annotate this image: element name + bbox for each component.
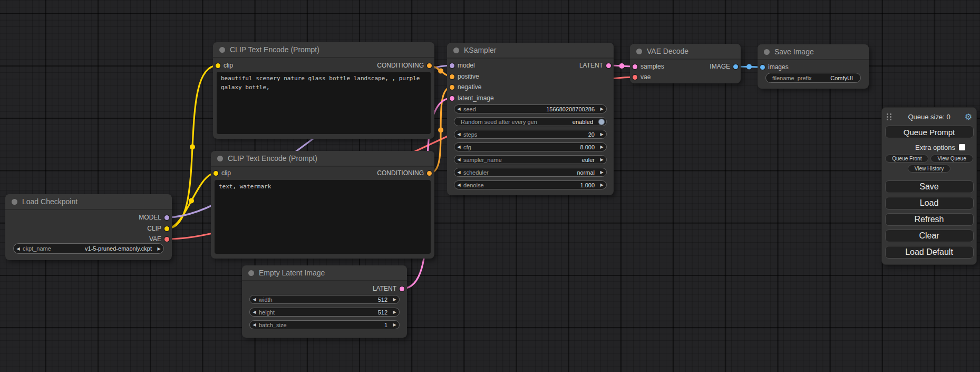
queue-prompt-button[interactable]: Queue Prompt — [885, 126, 974, 138]
widget-seed[interactable]: ◀seed156680208700286▶ — [454, 104, 607, 113]
load-button[interactable]: Load — [885, 197, 974, 209]
widget-height[interactable]: ◀height512▶ — [249, 308, 400, 317]
increment-arrow-icon[interactable]: ▶ — [390, 297, 399, 302]
collapse-dot-icon[interactable] — [636, 49, 642, 54]
link-midpoint-dot[interactable] — [619, 63, 625, 69]
widget-scheduler[interactable]: ◀schedulernormal▶ — [454, 168, 607, 177]
increment-arrow-icon[interactable]: ▶ — [597, 183, 606, 187]
prompt-textarea[interactable]: text, watermark — [215, 180, 431, 254]
widget-value: 8.000 — [580, 144, 597, 150]
CLIP-output-port[interactable] — [164, 226, 169, 231]
decrement-arrow-icon[interactable]: ◀ — [454, 132, 463, 137]
link-midpoint-dot[interactable] — [189, 198, 194, 204]
node-empty-latent-image[interactable]: Empty Latent ImageLATENT◀width512▶◀heigh… — [242, 265, 407, 338]
node-ksampler[interactable]: KSamplermodelpositivenegativelatent_imag… — [447, 43, 614, 195]
link-midpoint-dot[interactable] — [190, 145, 195, 150]
clear-button[interactable]: Clear — [885, 230, 974, 242]
node-title-bar[interactable]: Empty Latent Image — [242, 265, 407, 281]
save-button[interactable]: Save — [885, 180, 974, 193]
IMAGE-output-port[interactable] — [733, 64, 738, 69]
model-input-port[interactable] — [450, 63, 454, 68]
LATENT-output-port[interactable] — [606, 63, 611, 68]
widget-steps[interactable]: ◀steps20▶ — [454, 130, 607, 139]
node-vae-decode[interactable]: VAE DecodesamplesvaeIMAGE — [630, 44, 741, 83]
collapse-dot-icon[interactable] — [219, 47, 225, 53]
widget-sampler-name[interactable]: ◀sampler_nameeuler▶ — [454, 155, 607, 164]
node-title-bar[interactable]: VAE Decode — [630, 44, 741, 60]
collapse-dot-icon[interactable] — [764, 49, 770, 55]
drag-handle-icon[interactable] — [887, 113, 891, 120]
increment-arrow-icon[interactable]: ▶ — [597, 107, 606, 111]
decrement-arrow-icon[interactable]: ◀ — [454, 183, 463, 187]
collapse-dot-icon[interactable] — [12, 199, 17, 205]
samples-input-port[interactable] — [633, 64, 637, 69]
queue-front-button[interactable]: Queue Front — [885, 155, 928, 163]
decrement-arrow-icon[interactable]: ◀ — [454, 170, 463, 175]
node-title-bar[interactable]: CLIP Text Encode (Prompt) — [213, 42, 434, 58]
decrement-arrow-icon[interactable]: ◀ — [250, 310, 259, 314]
toggle-enabled-icon[interactable] — [598, 119, 605, 125]
widget-value: euler — [582, 157, 597, 163]
extra-options-checkbox[interactable] — [959, 144, 965, 150]
vae-input-port[interactable] — [633, 75, 637, 80]
images-input-port[interactable] — [760, 65, 765, 70]
link-midpoint-dot[interactable] — [746, 64, 752, 70]
decrement-arrow-icon[interactable]: ◀ — [454, 107, 463, 111]
widget-batch-size[interactable]: ◀batch_size1▶ — [249, 320, 400, 329]
link-midpoint-dot[interactable] — [438, 128, 443, 133]
widget-width[interactable]: ◀width512▶ — [249, 295, 400, 304]
clip-input-port[interactable] — [214, 171, 218, 176]
LATENT-output-port[interactable] — [400, 287, 404, 291]
positive-input-port[interactable] — [450, 74, 454, 79]
load-default-button[interactable]: Load Default — [885, 246, 974, 259]
queue-panel: Queue size: 0 ⚙ Queue Prompt Extra optio… — [881, 107, 977, 265]
CONDITIONING-output-port[interactable] — [427, 171, 432, 176]
refresh-button[interactable]: Refresh — [885, 213, 974, 226]
collapse-dot-icon[interactable] — [248, 270, 254, 276]
decrement-arrow-icon[interactable]: ◀ — [250, 322, 259, 327]
collapse-dot-icon[interactable] — [217, 156, 223, 161]
node-title: CLIP Text Encode (Prompt) — [228, 154, 317, 163]
view-history-button[interactable]: View History — [908, 165, 950, 173]
latent_image-input-port[interactable] — [450, 96, 454, 101]
clip-input-port[interactable] — [216, 63, 220, 68]
widget-denoise[interactable]: ◀denoise1.000▶ — [454, 180, 607, 189]
decrement-arrow-icon[interactable]: ◀ — [250, 297, 259, 302]
node-graph-canvas[interactable]: Load CheckpointMODELCLIPVAE◀ckpt_namev1-… — [0, 0, 980, 372]
port-label: CONDITIONING — [377, 62, 424, 69]
collapse-dot-icon[interactable] — [453, 47, 459, 53]
decrement-arrow-icon[interactable]: ◀ — [14, 246, 23, 251]
widget-random-seed-after-every-gen[interactable]: Random seed after every genenabled — [454, 117, 607, 126]
increment-arrow-icon[interactable]: ▶ — [597, 157, 606, 162]
node-title: Load Checkpoint — [22, 197, 77, 206]
node-title-bar[interactable]: CLIP Text Encode (Prompt) — [211, 151, 434, 167]
node-title: VAE Decode — [647, 47, 688, 55]
view-queue-button[interactable]: View Queue — [930, 155, 973, 163]
CONDITIONING-output-port[interactable] — [427, 63, 432, 68]
VAE-output-port[interactable] — [164, 237, 169, 242]
node-save-image[interactable]: Save Imageimagesfilename_prefixComfyUI — [758, 44, 869, 89]
negative-input-port[interactable] — [450, 85, 454, 90]
MODEL-output-port[interactable] — [164, 215, 169, 220]
decrement-arrow-icon[interactable]: ◀ — [454, 145, 463, 149]
node-load-checkpoint[interactable]: Load CheckpointMODELCLIPVAE◀ckpt_namev1-… — [5, 194, 172, 260]
widget-cfg[interactable]: ◀cfg8.000▶ — [454, 142, 607, 151]
increment-arrow-icon[interactable]: ▶ — [597, 132, 606, 137]
widget-value: 512 — [378, 309, 390, 316]
node-clip-text-encode-negative[interactable]: CLIP Text Encode (Prompt)clipCONDITIONIN… — [211, 151, 434, 259]
prompt-textarea[interactable]: beautiful scenery nature glass bottle la… — [217, 72, 431, 134]
increment-arrow-icon[interactable]: ▶ — [597, 170, 606, 175]
node-clip-text-encode-positive[interactable]: CLIP Text Encode (Prompt)clipCONDITIONIN… — [213, 42, 434, 139]
node-title-bar[interactable]: KSampler — [447, 43, 614, 59]
node-title-bar[interactable]: Load Checkpoint — [5, 194, 172, 210]
widget-ckpt-name[interactable]: ◀ckpt_namev1-5-pruned-emaonly.ckpt▶ — [13, 243, 164, 254]
link-midpoint-dot[interactable] — [438, 69, 443, 74]
increment-arrow-icon[interactable]: ▶ — [390, 310, 399, 314]
node-title-bar[interactable]: Save Image — [758, 44, 869, 60]
increment-arrow-icon[interactable]: ▶ — [154, 246, 163, 251]
increment-arrow-icon[interactable]: ▶ — [597, 145, 606, 149]
increment-arrow-icon[interactable]: ▶ — [390, 322, 399, 327]
widget-filename-prefix[interactable]: filename_prefixComfyUI — [765, 73, 861, 83]
decrement-arrow-icon[interactable]: ◀ — [454, 157, 463, 162]
settings-gear-icon[interactable]: ⚙ — [965, 112, 972, 122]
